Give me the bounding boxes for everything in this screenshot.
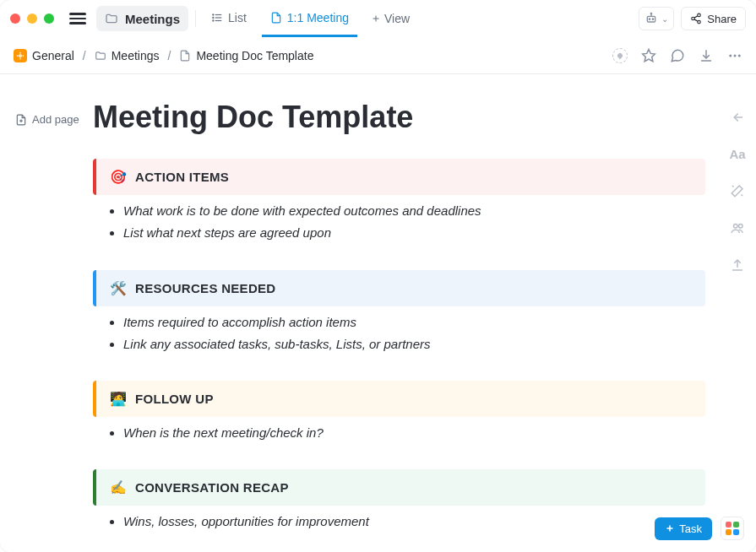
list-item[interactable]: Items required to accomplish action item… (123, 311, 705, 333)
plus-icon (665, 523, 675, 533)
upload-icon (730, 257, 745, 273)
people-icon (730, 220, 745, 235)
svg-point-27 (734, 225, 738, 229)
tab-label: List (228, 11, 247, 24)
svg-point-28 (739, 225, 743, 229)
new-task-button[interactable]: Task (655, 517, 712, 540)
folder-icon (95, 50, 106, 62)
chevron-down-icon: ⌄ (661, 14, 668, 24)
add-page-icon (15, 114, 27, 126)
breadcrumb-meetings[interactable]: Meetings (95, 49, 160, 62)
export-button[interactable] (730, 257, 745, 273)
folder-icon (105, 12, 118, 25)
page-title[interactable]: Meeting Doc Template (93, 100, 705, 135)
section-heading: RESOURCES NEEDED (135, 281, 276, 295)
svg-point-5 (213, 19, 214, 20)
list-icon (211, 12, 223, 24)
add-view-button[interactable]: View (364, 12, 416, 25)
list-item[interactable]: When is the next meeting/check in? (123, 422, 705, 444)
svg-point-18 (19, 54, 22, 57)
collapse-button[interactable] (730, 110, 745, 125)
plus-icon (371, 14, 381, 24)
tab-meeting[interactable]: 1:1 Meeting (262, 0, 357, 37)
collaborators-button[interactable] (730, 220, 745, 235)
tab-list[interactable]: List (203, 0, 255, 37)
svg-point-15 (698, 20, 701, 24)
section-items[interactable]: Items required to accomplish action item… (93, 311, 705, 356)
section-callout[interactable]: ✍️CONVERSATION RECAP (93, 469, 705, 506)
more-icon (727, 48, 742, 63)
comment-icon (670, 48, 685, 63)
svg-point-9 (650, 19, 650, 19)
robot-icon (645, 12, 658, 25)
add-page-button[interactable]: Add page (15, 113, 83, 126)
section-callout[interactable]: 🛠️RESOURCES NEEDED (93, 270, 705, 306)
breadcrumb-label: Meeting Doc Template (196, 49, 313, 62)
svg-point-14 (692, 17, 695, 20)
close-window-icon[interactable] (10, 14, 20, 24)
task-label: Task (679, 522, 702, 535)
share-label: Share (707, 13, 737, 25)
section-heading: CONVERSATION RECAP (135, 480, 289, 495)
section-emoji: ✍️ (110, 479, 127, 495)
section-heading: FOLLOW UP (135, 392, 214, 406)
section-emoji: 🎯 (110, 169, 127, 185)
left-gutter: Add page (0, 74, 93, 552)
section-items[interactable]: Wins, losses, opportunities for improvem… (93, 511, 705, 533)
more-button[interactable] (727, 48, 742, 63)
svg-point-23 (738, 54, 741, 57)
breadcrumb-general[interactable]: General (14, 49, 74, 62)
breadcrumb-label: Meetings (111, 49, 160, 62)
svg-point-22 (734, 54, 737, 57)
list-item[interactable]: Wins, losses, opportunities for improvem… (123, 511, 705, 533)
doc-icon (270, 12, 282, 24)
download-button[interactable] (699, 48, 714, 63)
svg-point-12 (651, 13, 652, 14)
bottom-actions: Task (655, 517, 744, 540)
section-emoji: 🛠️ (110, 280, 127, 296)
add-page-label: Add page (32, 113, 79, 126)
download-icon (699, 48, 714, 63)
ai-button[interactable] (730, 183, 745, 198)
section-emoji: 🧑‍💻 (110, 391, 127, 407)
breadcrumb-doc[interactable]: Meeting Doc Template (179, 49, 313, 62)
document-content[interactable]: Meeting Doc Template 🎯ACTION ITEMSWhat w… (93, 74, 756, 552)
svg-point-3 (213, 14, 214, 14)
folder-chip[interactable]: Meetings (96, 6, 188, 31)
automation-button[interactable]: ⌄ (639, 7, 674, 30)
svg-point-10 (653, 19, 654, 19)
breadcrumb-separator: / (83, 49, 86, 62)
window-controls (10, 14, 54, 24)
section-callout[interactable]: 🎯ACTION ITEMS (93, 159, 705, 195)
top-bar: Meetings List 1:1 Meeting View ⌄ Share (0, 0, 756, 37)
section-items[interactable]: When is the next meeting/check in? (93, 422, 705, 444)
collapse-icon (730, 110, 745, 125)
maximize-window-icon[interactable] (44, 14, 54, 24)
svg-point-13 (698, 14, 701, 17)
doc-icon (179, 50, 191, 62)
svg-line-17 (694, 19, 698, 21)
divider (195, 10, 196, 27)
list-item[interactable]: List what next steps are agreed upon (123, 222, 705, 244)
right-rail: Aa (719, 110, 756, 273)
list-item[interactable]: What work is to be done with expected ou… (123, 200, 705, 222)
wand-icon (730, 183, 745, 198)
share-button[interactable]: Share (681, 7, 746, 30)
favorite-button[interactable] (641, 48, 656, 63)
menu-icon[interactable] (69, 13, 86, 24)
tab-label: 1:1 Meeting (287, 11, 349, 24)
breadcrumb-separator: / (168, 49, 171, 62)
section-callout[interactable]: 🧑‍💻FOLLOW UP (93, 381, 705, 417)
tag-button[interactable] (612, 48, 628, 63)
add-view-label: View (384, 12, 410, 25)
comment-button[interactable] (670, 48, 685, 63)
typography-button[interactable]: Aa (729, 147, 745, 161)
minimize-window-icon[interactable] (27, 14, 37, 24)
apps-button[interactable] (721, 517, 744, 540)
star-icon (641, 48, 656, 63)
section-items[interactable]: What work is to be done with expected ou… (93, 200, 705, 245)
tag-icon (612, 48, 628, 63)
share-icon (690, 13, 702, 24)
list-item[interactable]: Link any associated tasks, sub-tasks, Li… (123, 333, 705, 355)
breadcrumb-bar: General / Meetings / Meeting Doc Templat… (0, 37, 756, 74)
